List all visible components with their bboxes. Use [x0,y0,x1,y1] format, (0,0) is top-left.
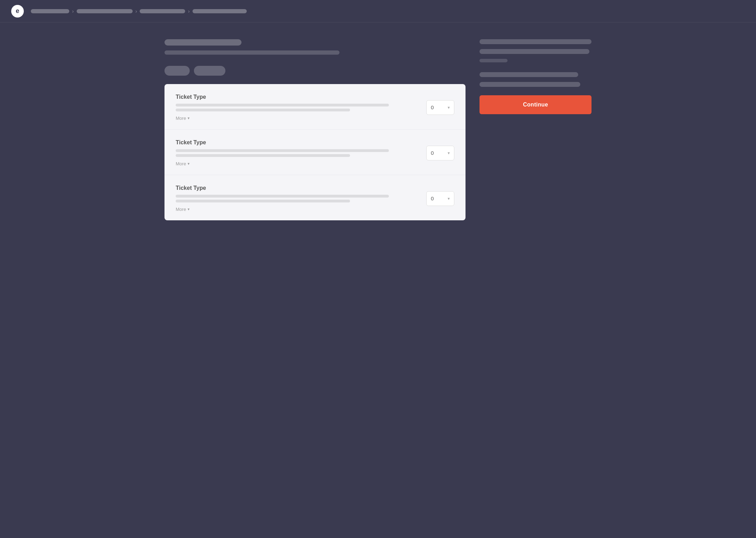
ticket-item-3: Ticket TypeMore▾0▾ [164,175,465,220]
breadcrumb-item-3[interactable] [140,9,185,13]
ticket-line1-3 [176,195,389,198]
top-navigation: e ››› [0,0,756,22]
ticket-card: Ticket TypeMore▾0▾Ticket TypeMore▾0▾Tick… [164,84,465,220]
breadcrumb-separator: › [135,8,137,14]
ticket-type-label-1: Ticket Type [176,94,418,100]
ticket-line2-1 [176,109,350,111]
breadcrumb-separator: › [188,8,190,14]
continue-button[interactable]: Continue [479,95,592,114]
left-column: Ticket TypeMore▾0▾Ticket TypeMore▾0▾Tick… [164,39,465,220]
ticket-type-label-2: Ticket Type [176,139,418,146]
logo[interactable]: e [11,5,24,18]
quantity-selector-3[interactable]: 0▾ [426,191,454,206]
quantity-chevron-1: ▾ [448,105,450,110]
sidebar-info-lines [479,39,592,87]
ticket-more-chevron-1: ▾ [188,116,190,120]
sidebar-line-3 [479,72,578,77]
ticket-info-3: Ticket TypeMore▾ [176,185,418,212]
quantity-chevron-3: ▾ [448,196,450,201]
sidebar-line-2 [479,49,589,54]
ticket-more-toggle-3[interactable]: More▾ [176,207,418,212]
page-title [164,39,241,46]
ticket-line1-2 [176,149,389,152]
ticket-item-2: Ticket TypeMore▾0▾ [164,130,465,175]
main-layout: Ticket TypeMore▾0▾Ticket TypeMore▾0▾Tick… [150,22,606,237]
sidebar-line-4 [479,82,580,87]
breadcrumb-item-2[interactable] [77,9,133,13]
ticket-line2-3 [176,200,350,202]
breadcrumb: ››› [31,8,247,14]
breadcrumb-separator: › [72,8,74,14]
quantity-value-2: 0 [431,150,434,156]
ticket-type-label-3: Ticket Type [176,185,418,191]
filter-tabs [164,66,465,76]
page-subtitle [164,50,340,55]
filter-tab-2[interactable] [194,66,225,76]
logo-letter: e [16,7,19,15]
ticket-line2-2 [176,154,350,157]
breadcrumb-item-4[interactable] [192,9,247,13]
ticket-info-1: Ticket TypeMore▾ [176,94,418,121]
filter-tab-1[interactable] [164,66,190,76]
sidebar-divider-label [479,59,507,62]
ticket-more-chevron-3: ▾ [188,207,190,212]
quantity-value-3: 0 [431,195,434,201]
ticket-more-label-2: More [176,161,186,166]
right-sidebar: Continue [479,39,592,220]
ticket-more-label-3: More [176,207,186,212]
ticket-more-chevron-2: ▾ [188,161,190,166]
sidebar-line-1 [479,39,592,44]
ticket-more-label-1: More [176,116,186,121]
quantity-value-1: 0 [431,104,434,110]
ticket-more-toggle-1[interactable]: More▾ [176,116,418,121]
ticket-line1-1 [176,104,389,106]
quantity-selector-2[interactable]: 0▾ [426,146,454,160]
ticket-info-2: Ticket TypeMore▾ [176,139,418,166]
ticket-more-toggle-2[interactable]: More▾ [176,161,418,166]
ticket-item-1: Ticket TypeMore▾0▾ [164,84,465,130]
quantity-selector-1[interactable]: 0▾ [426,100,454,115]
quantity-chevron-2: ▾ [448,151,450,156]
breadcrumb-item-1[interactable] [31,9,69,13]
